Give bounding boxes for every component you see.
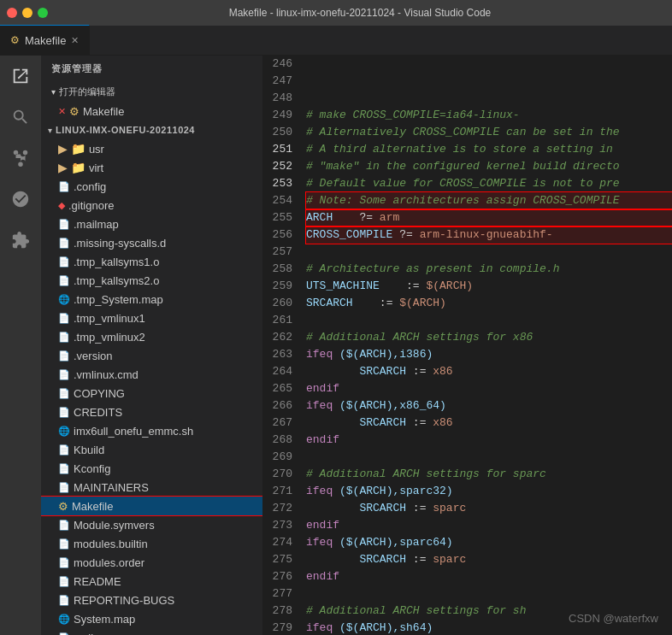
tree-item-.config[interactable]: 📄.config	[41, 177, 262, 196]
file-icon: 📄	[58, 463, 70, 474]
tree-label: .tmp_kallsyms2.o	[74, 274, 159, 287]
tree-item-.missing-syscalls.d[interactable]: 📄.missing-syscalls.d	[41, 233, 262, 252]
tree-label: usr	[89, 143, 104, 156]
line-number-250: 250	[270, 124, 292, 141]
line-number-257: 257	[270, 244, 292, 261]
tree-item-.mailmap[interactable]: 📄.mailmap	[41, 215, 262, 233]
tab-makefile[interactable]: ⚙ Makefile ✕	[0, 25, 90, 55]
file-icon: 📄	[58, 407, 70, 418]
tree-label: .tmp_vmlinux1	[74, 312, 145, 325]
search-icon[interactable]	[7, 103, 34, 131]
tree-item-modules.builtin[interactable]: 📄modules.builtin	[41, 534, 262, 553]
line-number-261: 261	[270, 312, 292, 329]
tree-label: README	[74, 575, 121, 588]
maximize-button[interactable]	[38, 8, 48, 18]
line-number-254: 254	[270, 192, 292, 209]
gitignore-icon: ◆	[58, 200, 65, 211]
line-number-265: 265	[270, 380, 292, 397]
line-number-279: 279	[270, 620, 292, 635]
file-icon: 📄	[58, 595, 70, 606]
tree-item-Module.symvers[interactable]: 📄Module.symvers	[41, 515, 262, 534]
explorer-icon[interactable]	[7, 62, 34, 90]
tree-item-COPYING[interactable]: 📄COPYING	[41, 384, 262, 403]
tree-label: .missing-syscalls.d	[74, 237, 166, 250]
tree-item-MAINTAINERS[interactable]: 📄MAINTAINERS	[41, 478, 262, 497]
tree-item-.tmp_vmlinux1[interactable]: 📄.tmp_vmlinux1	[41, 309, 262, 327]
code-line-267: # Additional ARCH settings for sparc	[306, 466, 672, 483]
tree-label: virt	[89, 162, 103, 174]
line-number-272: 272	[270, 500, 292, 517]
folder-icon: ▶ 📁	[58, 161, 85, 174]
line-number-255: 255	[270, 209, 292, 226]
tree-item-REPORTING-BUGS[interactable]: 📄REPORTING-BUGS	[41, 591, 262, 609]
file-icon: 📄	[58, 350, 70, 362]
file-icon: 📄	[58, 632, 70, 636]
line-number-264: 264	[270, 363, 292, 380]
system-icon: 🌐	[58, 294, 70, 305]
code-area[interactable]: 2462472482492502512522532542552562572582…	[263, 56, 672, 635]
tree-label: .tmp_kallsyms1.o	[74, 256, 159, 268]
code-line-273: endif	[306, 568, 672, 585]
code-line-265: endif	[306, 432, 672, 449]
code-line-251: # Note: Some architectures assign CROSS_…	[306, 192, 672, 209]
system-icon: 🌐	[58, 614, 70, 625]
file-icon: 📄	[58, 482, 70, 493]
file-icon: 📄	[58, 520, 70, 531]
tree-item-modules.order[interactable]: 📄modules.order	[41, 553, 262, 572]
tab-close-button[interactable]: ✕	[71, 35, 79, 46]
code-line-263: ifeq ($(ARCH),x86_64)	[306, 397, 672, 415]
code-line-248: # A third alternative is to store a sett…	[306, 141, 672, 158]
tree-item-.tmp_kallsyms1.o[interactable]: 📄.tmp_kallsyms1.o	[41, 252, 262, 271]
open-file-makefile[interactable]: ✕ ⚙ Makefile	[41, 102, 262, 121]
sidebar-open-editors[interactable]: ▾ 打开的编辑器	[41, 82, 262, 102]
line-number-266: 266	[270, 397, 292, 415]
tree-item-Kconfig[interactable]: 📄Kconfig	[41, 459, 262, 478]
tree-item-usr[interactable]: ▶ 📁usr	[41, 139, 262, 158]
window-title: Makefile - linux-imx-onefu-20211024 - Vi…	[55, 7, 665, 19]
tabs-bar: ⚙ Makefile ✕	[0, 26, 672, 56]
code-line-261: SRCARCH := x86	[306, 363, 672, 380]
close-button[interactable]	[7, 8, 17, 18]
code-line-252: ARCH ?= arm	[306, 209, 672, 226]
tree-item-.gitignore[interactable]: ◆.gitignore	[41, 196, 262, 215]
tree-item-Makefile[interactable]: ⚙Makefile	[41, 497, 262, 515]
tree-label: .vmlinux.cmd	[74, 368, 139, 381]
code-line-253: CROSS_COMPILE ?= arm-linux-gnueabihf-	[306, 226, 672, 244]
line-number-276: 276	[270, 568, 292, 585]
line-number-275: 275	[270, 551, 292, 568]
tree-label: imx6ull_onefu_emmc.sh	[74, 425, 193, 438]
extensions-icon[interactable]	[7, 226, 34, 254]
minimize-button[interactable]	[22, 8, 32, 18]
tree-item-vmlinux[interactable]: 📄vmlinux	[41, 628, 262, 635]
close-file-icon[interactable]: ✕	[58, 106, 66, 117]
tree-item-Kbuild[interactable]: 📄Kbuild	[41, 440, 262, 459]
line-numbers: 2462472482492502512522532542552562572582…	[263, 56, 299, 635]
code-line-268: ifeq ($(ARCH),sparc32)	[306, 483, 672, 500]
line-number-251: 251	[270, 141, 292, 158]
tree-label: vmlinux	[74, 632, 111, 636]
tree-item-.tmp_vmlinux2[interactable]: 📄.tmp_vmlinux2	[41, 327, 262, 346]
tree-item-System.map[interactable]: 🌐System.map	[41, 609, 262, 628]
tree-item-.vmlinux.cmd[interactable]: 📄.vmlinux.cmd	[41, 365, 262, 384]
debug-icon[interactable]	[7, 185, 34, 213]
tree-item-.version[interactable]: 📄.version	[41, 346, 262, 365]
line-number-249: 249	[270, 107, 292, 124]
tree-item-.tmp_kallsyms2.o[interactable]: 📄.tmp_kallsyms2.o	[41, 271, 262, 290]
tree-label: Makefile	[72, 500, 113, 513]
line-number-246: 246	[270, 56, 292, 73]
tree-item-virt[interactable]: ▶ 📁virt	[41, 158, 262, 177]
tree-label: modules.builtin	[74, 538, 148, 550]
tree-item-.tmp_System.map[interactable]: 🌐.tmp_System.map	[41, 290, 262, 309]
code-line-266	[306, 449, 672, 466]
source-control-icon[interactable]	[7, 144, 34, 172]
root-folder[interactable]: ▾ LINUX-IMX-ONEFU-20211024	[41, 121, 262, 139]
tree-label: modules.order	[74, 556, 144, 569]
file-icon: 📄	[58, 576, 70, 587]
sidebar: 资源管理器 ▾ 打开的编辑器 ✕ ⚙ Makefile ▾ LINUX-IMX-…	[41, 56, 263, 635]
tree-item-imx6ull_onefu_emmc.sh[interactable]: 🌐imx6ull_onefu_emmc.sh	[41, 421, 262, 440]
tree-item-CREDITS[interactable]: 📄CREDITS	[41, 403, 262, 421]
root-chevron-icon: ▾	[48, 126, 52, 135]
sidebar-header: 资源管理器	[41, 56, 262, 82]
tree-label: REPORTING-BUGS	[74, 594, 174, 607]
tree-item-README[interactable]: 📄README	[41, 572, 262, 591]
